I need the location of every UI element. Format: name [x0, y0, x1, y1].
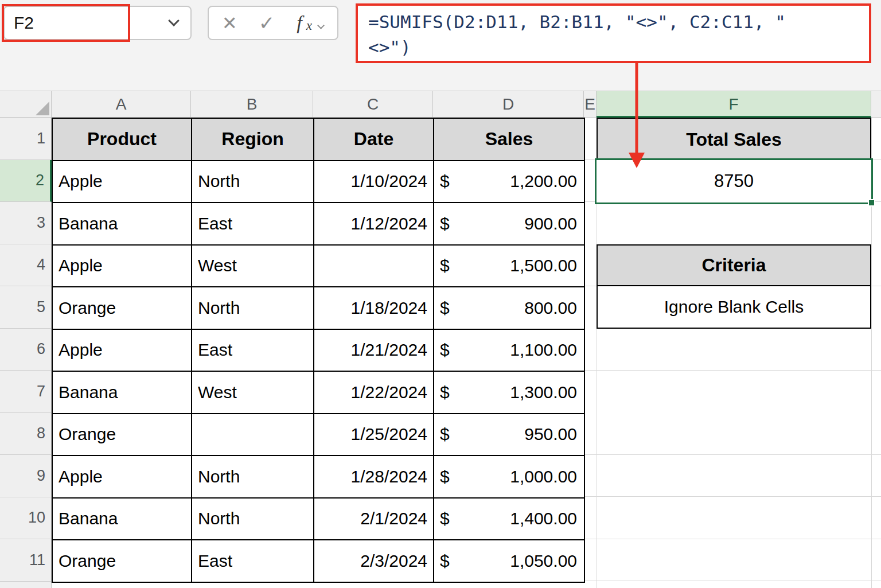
- row-header-1[interactable]: 1: [0, 118, 51, 160]
- row-header-4[interactable]: 4: [0, 244, 51, 287]
- total-sales-header-cell[interactable]: Total Sales: [597, 118, 871, 161]
- criteria-header-cell[interactable]: Criteria: [598, 246, 870, 286]
- table-row: Orange North 1/18/2024 $800.00: [52, 287, 584, 329]
- currency-symbol: $: [440, 340, 450, 360]
- table-row: Orange East 2/3/2024 $1,050.00: [52, 540, 584, 582]
- cell-sales[interactable]: $1,100.00: [434, 329, 584, 372]
- cell-product[interactable]: Apple: [52, 161, 192, 203]
- total-sales-value: 8750: [714, 171, 754, 192]
- chevron-down-icon[interactable]: [168, 15, 180, 26]
- cell-date[interactable]: [314, 245, 434, 287]
- fill-handle[interactable]: [868, 199, 875, 207]
- cell-sales[interactable]: $950.00: [434, 414, 584, 456]
- sales-amount: 1,400.00: [510, 509, 577, 528]
- enter-icon[interactable]: ✓: [259, 13, 275, 33]
- selected-cell-f2[interactable]: 8750: [595, 158, 873, 204]
- select-all-corner[interactable]: [0, 91, 52, 117]
- cell-date[interactable]: 1/28/2024: [314, 455, 434, 498]
- row-header-10[interactable]: 10: [0, 497, 51, 540]
- sales-amount: 1,050.00: [510, 551, 577, 571]
- column-header-f[interactable]: F: [597, 91, 871, 118]
- cell-date[interactable]: 2/3/2024: [314, 540, 434, 582]
- criteria-box: Criteria Ignore Blank Cells: [597, 244, 871, 329]
- cell-region[interactable]: North: [192, 287, 314, 329]
- select-all-triangle-icon: [36, 102, 49, 115]
- cell-date[interactable]: 1/25/2024: [314, 414, 434, 456]
- row-header-9[interactable]: 9: [0, 455, 51, 497]
- cell-region[interactable]: East: [192, 203, 314, 245]
- header-date[interactable]: Date: [314, 118, 434, 161]
- cell-product[interactable]: Banana: [52, 498, 192, 540]
- criteria-value-cell[interactable]: Ignore Blank Cells: [598, 286, 870, 328]
- sales-amount: 1,200.00: [510, 172, 577, 191]
- cell-product[interactable]: Orange: [52, 414, 192, 456]
- currency-symbol: $: [440, 256, 450, 275]
- cell-product[interactable]: Apple: [52, 329, 192, 372]
- cell-region[interactable]: West: [192, 245, 314, 287]
- row-header-6[interactable]: 6: [0, 329, 51, 371]
- cell-region[interactable]: West: [192, 371, 314, 414]
- row-header-column: 1 2 3 4 5 6 7 8 9 10 11: [0, 118, 52, 588]
- cell-date[interactable]: 1/21/2024: [314, 329, 434, 372]
- cell-date[interactable]: 1/22/2024: [314, 371, 434, 414]
- cell-region[interactable]: North: [192, 161, 314, 203]
- cell-region[interactable]: East: [192, 540, 314, 582]
- currency-symbol: $: [440, 551, 450, 571]
- column-header-d[interactable]: D: [433, 91, 584, 117]
- cancel-icon[interactable]: ×: [223, 11, 237, 35]
- formula-bar-area: F2 × ✓ f x =SUMIFS(D2:D11, B2:B11, "<>",…: [0, 0, 881, 91]
- cell-region[interactable]: [192, 414, 314, 456]
- name-box-highlight-annotation: [2, 4, 130, 42]
- table-row: Apple North 1/10/2024 $1,200.00: [52, 161, 584, 203]
- cell-product[interactable]: Apple: [52, 245, 192, 287]
- cell-date[interactable]: 1/10/2024: [314, 161, 434, 203]
- cell-sales[interactable]: $1,200.00: [434, 161, 584, 203]
- currency-symbol: $: [440, 172, 450, 191]
- cell-product[interactable]: Orange: [52, 287, 192, 329]
- column-header-c[interactable]: C: [313, 91, 433, 117]
- currency-symbol: $: [440, 467, 450, 486]
- column-header-b[interactable]: B: [191, 91, 313, 117]
- cell-region[interactable]: East: [192, 329, 314, 372]
- data-table: Product Region Date Sales Apple North 1/…: [52, 118, 585, 583]
- cell-product[interactable]: Banana: [52, 203, 192, 245]
- row-header-3[interactable]: 3: [0, 202, 51, 244]
- cell-product[interactable]: Banana: [52, 371, 192, 414]
- table-header-row: Product Region Date Sales: [52, 118, 584, 161]
- cell-sales[interactable]: $1,400.00: [434, 498, 584, 540]
- column-header-row: A B C D E F: [0, 91, 881, 118]
- currency-symbol: $: [440, 214, 450, 233]
- fx-icon: f: [297, 13, 302, 33]
- cell-region[interactable]: North: [192, 498, 314, 540]
- header-product[interactable]: Product: [52, 118, 192, 161]
- sales-amount: 1,100.00: [510, 340, 577, 360]
- cell-date[interactable]: 1/18/2024: [314, 287, 434, 329]
- table-row: Banana North 2/1/2024 $1,400.00: [52, 498, 584, 540]
- cell-date[interactable]: 2/1/2024: [314, 498, 434, 540]
- row-header-7[interactable]: 7: [0, 371, 51, 413]
- formula-input[interactable]: =SUMIFS(D2:D11, B2:B11, "<>", C2:C11, " …: [356, 3, 871, 63]
- row-header-2[interactable]: 2: [0, 160, 52, 203]
- cell-date[interactable]: 1/12/2024: [314, 203, 434, 245]
- cell-sales[interactable]: $1,000.00: [434, 455, 584, 498]
- column-header-a[interactable]: A: [52, 91, 191, 117]
- header-sales[interactable]: Sales: [434, 118, 584, 161]
- sales-amount: 1,500.00: [510, 256, 577, 275]
- cell-sales[interactable]: $800.00: [434, 287, 584, 329]
- cell-sales[interactable]: $1,500.00: [434, 245, 584, 287]
- cell-sales[interactable]: $1,300.00: [434, 371, 584, 414]
- row-header-5[interactable]: 5: [0, 286, 51, 329]
- column-header-e[interactable]: E: [584, 91, 597, 117]
- cell-sales[interactable]: $900.00: [434, 203, 584, 245]
- cell-sales[interactable]: $1,050.00: [434, 540, 584, 582]
- fx-icon-subscript: x: [306, 18, 312, 33]
- cell-region[interactable]: North: [192, 455, 314, 498]
- table-row: Apple East 1/21/2024 $1,100.00: [52, 329, 584, 372]
- insert-function-button[interactable]: f x: [297, 13, 323, 33]
- row-header-8[interactable]: 8: [0, 413, 51, 455]
- cell-product[interactable]: Apple: [52, 455, 192, 498]
- currency-symbol: $: [440, 425, 450, 444]
- header-region[interactable]: Region: [192, 118, 314, 161]
- row-header-11[interactable]: 11: [0, 539, 51, 582]
- cell-product[interactable]: Orange: [52, 540, 192, 582]
